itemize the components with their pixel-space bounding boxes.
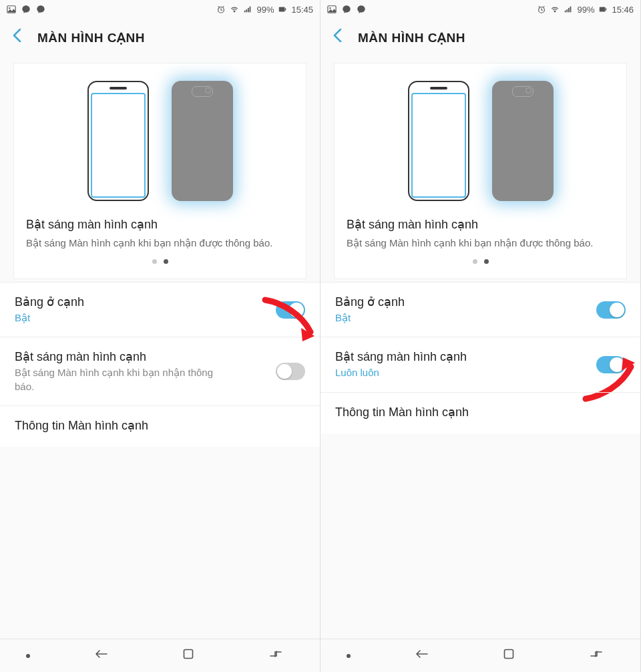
row-title: Bảng ở cạnh xyxy=(335,295,550,309)
row-sub: Luôn luôn xyxy=(335,366,550,379)
svg-point-11 xyxy=(329,7,331,9)
toggle-edge-lighting[interactable] xyxy=(276,363,305,380)
back-button[interactable] xyxy=(333,28,342,47)
header: MÀN HÌNH CẠNH xyxy=(320,19,640,56)
phone-illustration xyxy=(21,81,299,201)
hero-desc: Bật sáng Màn hình cạnh khi bạn nhận được… xyxy=(21,236,299,250)
phone-front-icon xyxy=(408,81,469,201)
svg-rect-9 xyxy=(184,650,192,659)
svg-rect-13 xyxy=(565,11,566,13)
row-edge-panels[interactable]: Bảng ở cạnh Bật xyxy=(320,282,640,337)
phone-front-icon xyxy=(87,81,149,201)
battery-text: 99% xyxy=(577,5,594,15)
gallery-icon xyxy=(327,5,337,14)
row-sub: Bật xyxy=(15,311,229,325)
messenger-icon xyxy=(36,5,45,14)
phone-illustration xyxy=(341,81,620,201)
gallery-icon xyxy=(7,5,16,14)
status-bar: 99% 15:46 xyxy=(320,0,640,19)
screen-left: 99% 15:45 MÀN HÌNH CẠNH Bật sáng màn hìn… xyxy=(0,0,320,672)
dot-active xyxy=(164,259,168,264)
svg-rect-8 xyxy=(285,8,286,11)
svg-rect-3 xyxy=(244,11,246,13)
hero-card[interactable]: Bật sáng màn hình cạnh Bật sáng Màn hình… xyxy=(334,63,627,279)
hero-desc: Bật sáng Màn hình cạnh khi bạn nhận được… xyxy=(341,236,620,250)
settings-list: Bảng ở cạnh Bật Bật sáng màn hình cạnh L… xyxy=(320,282,640,434)
row-edge-lighting[interactable]: Bật sáng màn hình cạnh Luôn luôn xyxy=(320,337,640,391)
messenger-icon xyxy=(342,5,351,14)
svg-rect-16 xyxy=(570,7,572,13)
svg-point-1 xyxy=(9,7,10,9)
clock-text: 15:46 xyxy=(612,5,634,15)
nav-assistant[interactable] xyxy=(347,654,351,658)
status-bar: 99% 15:45 xyxy=(0,0,320,19)
row-title: Thông tin Màn hình cạnh xyxy=(335,405,579,419)
svg-rect-4 xyxy=(246,9,248,12)
nav-home[interactable] xyxy=(172,644,205,667)
dot xyxy=(473,259,477,264)
toggle-edge-panels[interactable] xyxy=(276,301,305,319)
battery-icon xyxy=(278,5,287,14)
wifi-icon xyxy=(550,5,560,14)
page-title: MÀN HÌNH CẠNH xyxy=(358,30,465,45)
clock-text: 15:45 xyxy=(291,5,313,15)
hero-title: Bật sáng màn hình cạnh xyxy=(21,217,299,232)
svg-rect-17 xyxy=(600,7,606,12)
row-edge-panels[interactable]: Bảng ở cạnh Bật xyxy=(0,282,320,337)
svg-rect-6 xyxy=(250,7,251,13)
phone-back-icon xyxy=(172,81,233,201)
dot-active xyxy=(484,259,489,264)
battery-text: 99% xyxy=(256,5,274,15)
signal-icon xyxy=(243,5,252,14)
header: MÀN HÌNH CẠNH xyxy=(0,19,320,56)
nav-bar xyxy=(0,639,320,672)
toggle-edge-lighting[interactable] xyxy=(596,356,626,373)
nav-home[interactable] xyxy=(492,644,525,667)
svg-rect-19 xyxy=(504,650,513,659)
nav-recents[interactable] xyxy=(258,645,294,667)
nav-bar xyxy=(320,639,640,672)
row-sub: Bật xyxy=(335,311,550,325)
svg-rect-15 xyxy=(568,8,570,13)
messenger-icon xyxy=(21,5,31,14)
svg-rect-7 xyxy=(279,7,285,12)
hero-card[interactable]: Bật sáng màn hình cạnh Bật sáng Màn hình… xyxy=(13,63,306,279)
row-title: Bật sáng màn hình cạnh xyxy=(335,349,550,364)
row-edge-lighting[interactable]: Bật sáng màn hình cạnh Bật sáng Màn hình… xyxy=(0,337,320,405)
screen-right: 99% 15:46 MÀN HÌNH CẠNH Bật sáng màn hìn… xyxy=(320,0,641,672)
nav-assistant[interactable] xyxy=(26,654,30,658)
nav-back[interactable] xyxy=(83,645,119,667)
alarm-icon xyxy=(537,5,546,14)
battery-icon xyxy=(598,5,608,14)
hero-title: Bật sáng màn hình cạnh xyxy=(341,217,620,232)
alarm-icon xyxy=(216,5,226,14)
dot xyxy=(152,259,157,264)
row-edge-info[interactable]: Thông tin Màn hình cạnh xyxy=(320,392,640,434)
wifi-icon xyxy=(230,5,239,14)
svg-rect-18 xyxy=(606,8,606,11)
page-dots[interactable] xyxy=(21,259,299,264)
settings-list: Bảng ở cạnh Bật Bật sáng màn hình cạnh B… xyxy=(0,282,320,447)
row-title: Bảng ở cạnh xyxy=(15,295,229,309)
phone-back-icon xyxy=(492,81,554,201)
signal-icon xyxy=(564,5,573,14)
svg-rect-14 xyxy=(567,9,568,12)
svg-rect-5 xyxy=(248,8,249,13)
nav-back[interactable] xyxy=(403,645,439,667)
row-title: Bật sáng màn hình cạnh xyxy=(15,349,229,364)
toggle-edge-panels[interactable] xyxy=(596,301,626,319)
page-dots[interactable] xyxy=(341,259,620,264)
row-title: Thông tin Màn hình cạnh xyxy=(15,418,258,433)
nav-recents[interactable] xyxy=(578,645,614,667)
back-button[interactable] xyxy=(12,28,21,47)
messenger-icon xyxy=(357,5,366,14)
page-title: MÀN HÌNH CẠNH xyxy=(37,30,145,45)
row-edge-info[interactable]: Thông tin Màn hình cạnh xyxy=(0,405,320,447)
row-sub: Bật sáng Màn hình cạnh khi bạn nhận thôn… xyxy=(15,366,229,393)
